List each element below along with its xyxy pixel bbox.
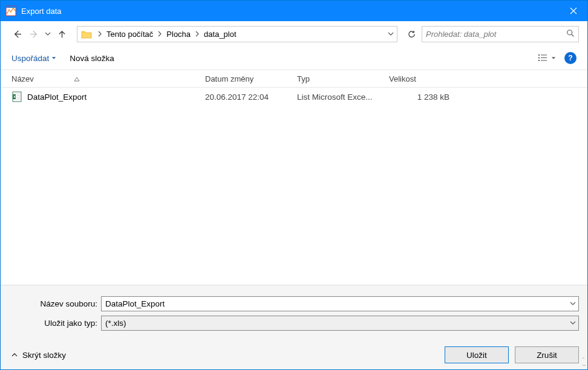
close-button[interactable] <box>560 1 587 21</box>
organize-button[interactable]: Uspořádat <box>11 54 56 63</box>
filename-input[interactable]: DataPlot_Export <box>101 296 579 311</box>
new-folder-button[interactable]: Nová složka <box>70 54 114 63</box>
history-dropdown[interactable] <box>43 31 53 37</box>
search-input[interactable]: Prohledat: data_plot <box>422 26 579 42</box>
sort-asc-icon <box>74 74 80 83</box>
filetype-label: Uložit jako typ: <box>9 319 101 328</box>
save-dialog: Export data Tento počítač Plocha data_pl <box>0 0 588 370</box>
svg-rect-7 <box>541 57 547 58</box>
filename-label: Název souboru: <box>9 299 101 308</box>
toolbar: Uspořádat Nová složka ? <box>1 47 587 70</box>
file-name: DataPlot_Export <box>27 92 87 102</box>
filetype-select[interactable]: (*.xls) <box>101 316 579 331</box>
svg-text:X: X <box>13 95 16 99</box>
view-options-button[interactable] <box>538 54 556 62</box>
save-button[interactable]: Uložit <box>445 346 509 363</box>
chevron-down-icon[interactable] <box>570 299 576 308</box>
organize-label: Uspořádat <box>11 54 49 63</box>
cancel-button[interactable]: Zrušit <box>515 346 579 363</box>
chevron-up-icon <box>11 352 18 358</box>
help-button[interactable]: ? <box>564 52 577 64</box>
breadcrumb-segment[interactable]: Tento počítač <box>104 30 155 39</box>
resize-grip[interactable]: ........ <box>582 352 585 367</box>
chevron-down-icon <box>51 56 56 60</box>
refresh-button[interactable] <box>402 26 420 42</box>
column-header-name[interactable]: Název <box>11 74 205 83</box>
column-header-date[interactable]: Datum změny <box>205 74 297 83</box>
file-row[interactable]: X DataPlot_Export 20.06.2017 22:04 List … <box>1 88 587 106</box>
chevron-down-icon <box>551 56 556 60</box>
nav-row: Tento počítač Plocha data_plot Prohledat… <box>1 21 587 47</box>
address-history-dropdown[interactable] <box>385 31 397 37</box>
svg-rect-4 <box>538 54 540 56</box>
window-title: Export data <box>21 7 560 16</box>
hide-folders-button[interactable]: Skrýt složky <box>11 351 66 360</box>
search-placeholder: Prohledat: data_plot <box>426 30 566 39</box>
address-bar[interactable]: Tento počítač Plocha data_plot <box>77 26 397 42</box>
breadcrumb-segment[interactable]: data_plot <box>201 30 239 39</box>
folder-icon <box>80 28 93 40</box>
forward-button[interactable] <box>26 26 42 42</box>
file-date: 20.06.2017 22:04 <box>205 92 297 102</box>
svg-point-3 <box>567 30 572 34</box>
view-icon <box>538 54 549 62</box>
svg-rect-8 <box>538 60 540 61</box>
svg-rect-5 <box>541 55 547 56</box>
column-header-type[interactable]: Typ <box>297 74 389 83</box>
back-button[interactable] <box>9 26 25 42</box>
svg-rect-9 <box>541 60 547 61</box>
column-header-size[interactable]: Velikost <box>389 74 462 83</box>
svg-rect-6 <box>538 57 540 59</box>
filetype-value: (*.xls) <box>105 319 126 328</box>
new-folder-label: Nová složka <box>70 54 114 63</box>
chevron-down-icon[interactable] <box>570 319 576 328</box>
column-headers: Název Datum změny Typ Velikost <box>1 70 587 87</box>
titlebar: Export data <box>1 1 587 21</box>
search-icon <box>566 29 575 39</box>
file-size: 1 238 kB <box>389 92 462 102</box>
chevron-right-icon <box>157 31 163 37</box>
chevron-right-icon <box>97 31 103 37</box>
svg-rect-2 <box>82 31 85 33</box>
breadcrumb-segment[interactable]: Plocha <box>164 30 193 39</box>
chevron-right-icon <box>194 31 200 37</box>
file-type: List Microsoft Exce... <box>297 92 389 102</box>
excel-file-icon: X <box>11 91 22 102</box>
bottom-panel: Název souboru: DataPlot_Export Uložit ja… <box>1 285 587 369</box>
hide-folders-label: Skrýt složky <box>22 351 66 360</box>
filename-value: DataPlot_Export <box>105 299 165 308</box>
file-list: X DataPlot_Export 20.06.2017 22:04 List … <box>1 88 587 285</box>
up-button[interactable] <box>54 26 70 42</box>
svg-rect-1 <box>6 6 16 8</box>
app-icon <box>5 5 16 16</box>
